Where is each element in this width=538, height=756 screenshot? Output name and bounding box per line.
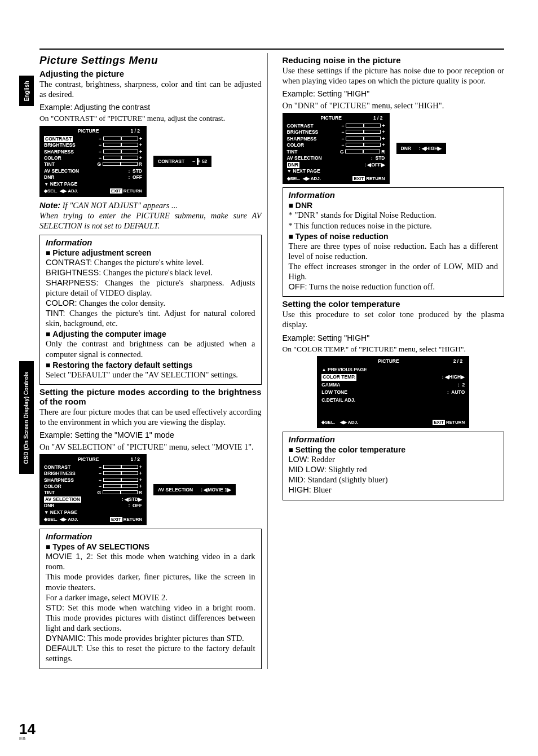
example-3-body: On "DNR" of "PICTURE" menu, select "HIGH… — [283, 100, 505, 111]
note-block: Note: If "CAN NOT ADJUST" appears ... Wh… — [39, 200, 262, 231]
osd-strip-3: DNR: ◀HIGH▶ — [396, 143, 447, 154]
info-box-1: Information ■ Picture adjustment screen … — [39, 235, 262, 385]
osd-panel-4: PICTURE2 / 2 ▲ PREVIOUS PAGE COLOR TEMP.… — [317, 356, 469, 428]
adjust-body: The contrast, brightness, sharpness, col… — [39, 79, 262, 99]
heading-colortemp: Setting the color temperature — [283, 299, 505, 309]
example-4-body: On "COLOR TEMP." of "PICTURE" menu, sele… — [283, 345, 505, 354]
modes-body: There are four picture modes that can be… — [39, 407, 262, 427]
heading-modes: Setting the picture modes according to t… — [39, 387, 262, 406]
osd-strip-1: CONTRAST− + 52 — [153, 156, 211, 167]
left-column: Picture Settings Menu Adjusting the pict… — [39, 53, 268, 669]
example-1-body: On "CONTRAST" of "PICTURE" menu, adjust … — [39, 114, 262, 124]
example-4: Example: Setting "HIGH" — [283, 333, 505, 342]
example-1: Example: Adjusting the contrast — [39, 103, 262, 112]
colortemp-body: Use this procedure to set color tone pro… — [283, 309, 505, 329]
example-2: Example: Setting the "MOVIE 1" mode — [39, 430, 262, 439]
example-3: Example: Setting "HIGH" — [283, 89, 505, 98]
osd-strip-2: AV SELECTION: ◀MOVIE 1▶ — [153, 484, 236, 495]
info-box-3: Information ■ DNR * "DNR" stands for Dig… — [283, 187, 505, 297]
page-number: 14 En — [19, 720, 36, 741]
example-2-body: On "AV SELECTION" of "PICTURE" menu, sel… — [39, 442, 262, 452]
osd-panel-2: PICTURE1 / 2 CONTRAST− + BRIGHTNESS− + S… — [39, 454, 147, 525]
noise-body: Use these settings if the picture has no… — [283, 65, 505, 86]
osd-panel-3: PICTURE1 / 2 CONTRAST− + BRIGHTNESS− + S… — [283, 113, 390, 184]
top-rule — [39, 49, 504, 50]
heading-noise: Reducing noise in the picture — [283, 55, 505, 65]
info-box-4: Information ■ Setting the color temperat… — [283, 432, 505, 500]
osd-panel-1: PICTURE1 / 2 CONTRAST− + BRIGHTNESS− + S… — [39, 126, 147, 197]
section-title: Picture Settings Menu — [39, 54, 262, 67]
heading-adjust: Adjusting the picture — [39, 69, 262, 78]
info-box-2: Information ■ Types of AV SELECTIONS MOV… — [39, 529, 262, 669]
right-column: Reducing noise in the picture Use these … — [283, 53, 505, 669]
